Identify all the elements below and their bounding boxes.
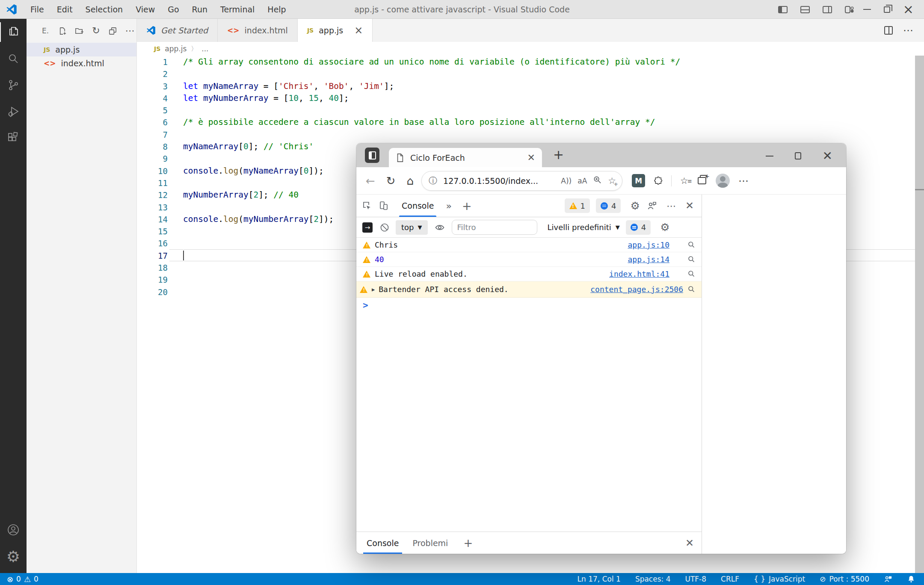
workspaces-icon[interactable] (365, 148, 379, 163)
expand-arrow-icon[interactable]: ▶ (372, 287, 375, 292)
toggle-secondary-sidebar-icon[interactable] (823, 6, 832, 13)
menu-item[interactable]: Go (161, 5, 185, 14)
errors-icon[interactable]: ⊗ (7, 575, 13, 584)
address-bar[interactable]: ⓘ 127.0.0.1:5500/index... A)) aA ☆+ (421, 171, 622, 191)
more-tabs-icon[interactable]: » (446, 201, 451, 211)
menu-item[interactable]: Run (186, 5, 214, 14)
menu-item[interactable]: View (129, 5, 161, 14)
message-count-badge[interactable]: 4 (626, 220, 651, 235)
page-viewport[interactable] (702, 195, 846, 554)
search-icon[interactable] (0, 45, 27, 72)
maximize-button[interactable] (795, 152, 801, 160)
notifications-bell-icon[interactable] (907, 575, 915, 583)
warning-count[interactable]: 0 (34, 575, 38, 583)
minimize-button[interactable] (766, 156, 773, 157)
close-icon[interactable]: × (354, 27, 363, 34)
editor-scrollbar[interactable] (915, 56, 924, 573)
translate-icon[interactable]: aA (578, 177, 587, 185)
add-drawer-tab-icon[interactable]: + (463, 537, 473, 550)
add-favorite-icon[interactable]: ☆+ (608, 176, 616, 186)
breadcrumb-more[interactable]: ... (201, 44, 208, 53)
menu-item[interactable]: Edit (50, 5, 79, 14)
inspect-element-icon[interactable] (361, 201, 372, 211)
status-item[interactable]: UTF-8 (685, 575, 706, 583)
log-levels-selector[interactable]: Livelli predefiniti▼ (548, 223, 620, 232)
split-editor-icon[interactable] (884, 26, 893, 35)
console-settings-icon[interactable]: ⚙ (660, 221, 669, 233)
warning-count-badge[interactable]: 1 (565, 198, 590, 213)
browser-menu-icon[interactable]: ⋯ (738, 175, 749, 187)
execution-context-icon[interactable]: → (362, 222, 373, 233)
refresh-icon[interactable]: ↻ (386, 174, 396, 187)
context-selector[interactable]: top▼ (396, 220, 428, 235)
close-button[interactable]: × (903, 5, 914, 14)
error-count[interactable]: 0 (16, 575, 21, 583)
clear-console-icon[interactable] (379, 222, 390, 233)
feedback-icon[interactable] (884, 575, 892, 583)
live-expression-eye-icon[interactable] (435, 222, 445, 233)
new-folder-icon[interactable] (75, 27, 84, 35)
status-item[interactable]: Spaces: 4 (635, 575, 671, 583)
add-tab-icon[interactable]: + (462, 199, 472, 213)
restore-button[interactable] (884, 6, 890, 13)
status-item[interactable]: ⊘ Port : 5500 (820, 575, 869, 583)
close-button[interactable]: ✕ (823, 153, 832, 160)
file-list-item[interactable]: <> index.html (27, 56, 136, 70)
collapse-folders-icon[interactable] (108, 27, 117, 35)
settings-gear-icon[interactable]: ⚙ (0, 543, 27, 570)
status-item[interactable]: { } JavaScript (754, 575, 805, 583)
editor-tab[interactable]: JS app.js × (298, 19, 373, 42)
more-actions-icon[interactable]: ⋯ (903, 24, 914, 36)
menu-item[interactable]: Selection (79, 5, 130, 14)
new-file-icon[interactable] (58, 27, 67, 35)
drawer-tab[interactable]: Console (363, 532, 402, 554)
status-item[interactable]: Ln 17, Col 1 (578, 575, 621, 583)
close-devtools-icon[interactable]: ✕ (685, 200, 694, 212)
extensions-icon[interactable] (0, 125, 27, 151)
profile-avatar[interactable] (716, 174, 730, 188)
status-item[interactable]: CRLF (721, 575, 739, 583)
menu-item[interactable]: Help (261, 5, 292, 14)
console-prompt[interactable]: > (356, 298, 702, 313)
devtools-more-icon[interactable]: ⋯ (666, 201, 676, 211)
extensions-puzzle-icon[interactable] (654, 176, 663, 186)
editor-tab[interactable]: Get Started × (137, 19, 218, 42)
console-source-link[interactable]: index.html:41 (609, 269, 669, 278)
search-source-icon[interactable] (687, 285, 696, 293)
device-toolbar-icon[interactable] (379, 201, 389, 211)
devtools-tab-console[interactable]: Console (399, 195, 436, 217)
read-aloud-icon[interactable]: A)) (561, 177, 572, 185)
close-tab-icon[interactable]: ✕ (527, 152, 535, 163)
drawer-tab[interactable]: Problemi (409, 532, 451, 554)
search-source-icon[interactable] (687, 255, 696, 263)
message-count-badge[interactable]: 4 (596, 198, 621, 213)
breadcrumb[interactable]: JS app.js 〉 ... (137, 42, 924, 56)
search-source-icon[interactable] (687, 241, 696, 249)
account-icon[interactable] (0, 517, 27, 543)
console-source-link[interactable]: content_page.js:2506 (590, 285, 683, 294)
toggle-sidebar-icon[interactable] (778, 6, 788, 13)
explorer-view-icon[interactable] (0, 19, 27, 45)
menu-item[interactable]: Terminal (214, 5, 261, 14)
more-actions-icon[interactable]: ⋯ (125, 27, 135, 35)
breadcrumb-file[interactable]: app.js (165, 44, 187, 53)
menu-item[interactable]: File (24, 5, 50, 14)
console-source-link[interactable]: app.js:10 (628, 240, 669, 249)
feedback-icon[interactable] (647, 201, 657, 211)
search-source-icon[interactable] (687, 270, 696, 278)
devtools-settings-icon[interactable]: ⚙ (630, 200, 640, 212)
file-list-item[interactable]: JS app.js (27, 43, 136, 56)
console-filter-input[interactable] (452, 220, 537, 235)
site-info-icon[interactable]: ⓘ (429, 175, 437, 186)
favorites-bar-icon[interactable]: ☆≡ (680, 176, 688, 186)
editor-tab[interactable]: <> index.html × (218, 19, 298, 42)
zoom-icon[interactable] (593, 175, 602, 186)
customize-layout-icon[interactable] (845, 6, 850, 13)
home-icon[interactable]: ⌂ (407, 174, 414, 187)
collections-icon[interactable] (698, 177, 706, 184)
warnings-icon[interactable]: ⚠ (24, 575, 31, 584)
close-drawer-icon[interactable]: ✕ (685, 537, 694, 549)
toggle-panel-icon[interactable] (800, 6, 810, 13)
refresh-icon[interactable]: ↻ (92, 27, 100, 35)
back-icon[interactable]: ← (366, 174, 375, 187)
